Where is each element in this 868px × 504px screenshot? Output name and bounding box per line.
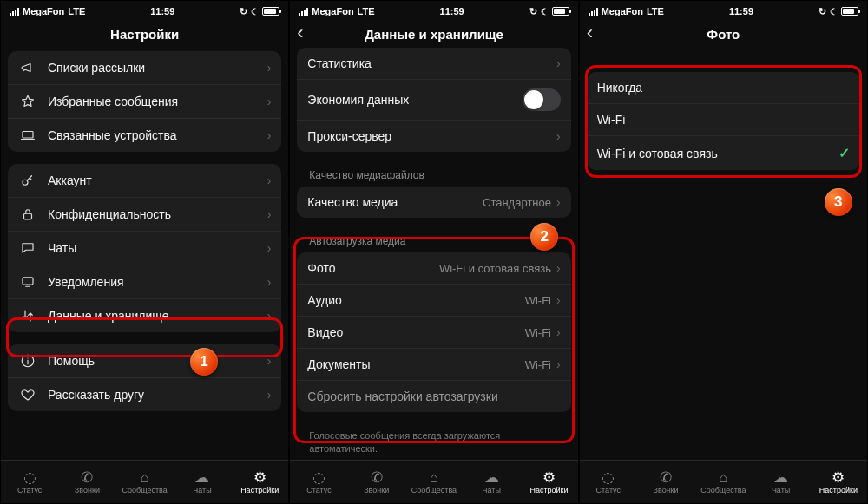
row-media-quality[interactable]: Качество медиа Стандартное › (297, 187, 570, 218)
row-auto-video[interactable]: Видео Wi-Fi › (297, 317, 570, 349)
chevron-right-icon: › (267, 354, 272, 368)
signal-bars-icon (299, 7, 308, 16)
toggle-switch[interactable] (523, 88, 561, 111)
data-group-media-quality: Качество медиа Стандартное › (297, 187, 570, 218)
row-label: Качество медиа (307, 195, 483, 209)
chevron-right-icon: › (556, 56, 561, 70)
data-group-autodownload: Фото Wi-Fi и сотовая связь › Аудио Wi-Fi… (297, 252, 570, 412)
bubbles-icon: ☁ (484, 470, 499, 485)
row-statistics[interactable]: Статистика › (297, 48, 570, 80)
row-label: Аккаунт (48, 173, 267, 187)
carrier-label: MegaFon (312, 6, 353, 16)
tab-label: Настройки (819, 486, 858, 494)
orientation-lock-icon: ↻ (240, 6, 247, 17)
tab-status[interactable]: ◌Статус (580, 470, 637, 494)
status-bar: MegaFon LTE 11:59 ↻ ☾ (580, 1, 867, 20)
row-auto-photo[interactable]: Фото Wi-Fi и сотовая связь › (297, 252, 570, 285)
row-label: Списки рассылки (48, 61, 267, 75)
chevron-right-icon: › (556, 129, 561, 143)
tab-bar: ◌ Статус ✆ Звонки ⌂ Сообщества ☁ Чаты ⚙ … (1, 460, 288, 503)
row-chats[interactable]: Чаты › (8, 232, 281, 265)
nav-bar: Настройки (1, 20, 288, 48)
row-tell-a-friend[interactable]: Рассказать другу › (8, 378, 281, 411)
tab-label: Сообщества (700, 486, 746, 494)
tab-status[interactable]: ◌Статус (290, 470, 347, 494)
nav-bar: ‹ Фото (580, 20, 867, 48)
row-label: Видео (307, 325, 524, 339)
tab-chats[interactable]: ☁ Чаты (174, 470, 231, 494)
row-help[interactable]: Помощь › (8, 344, 281, 378)
row-auto-documents[interactable]: Документы Wi-Fi › (297, 349, 570, 381)
tab-calls[interactable]: ✆Звонки (348, 470, 405, 494)
row-data-storage[interactable]: Данные и хранилище › (8, 299, 281, 332)
dnd-moon-icon: ☾ (251, 7, 259, 16)
screen-data-storage: MegaFon LTE 11:59 ↻ ☾ ‹ Данные и хранили… (290, 1, 577, 503)
chevron-right-icon: › (267, 95, 272, 108)
chevron-right-icon: › (556, 293, 561, 307)
row-starred-messages[interactable]: Избранные сообщения › (8, 85, 281, 119)
tab-communities[interactable]: ⌂ Сообщества (116, 470, 174, 494)
page-title: Фото (707, 27, 740, 42)
chevron-right-icon: › (267, 241, 272, 255)
network-label: LTE (358, 6, 375, 16)
data-group-network: Статистика › Экономия данных Прокси-серв… (297, 48, 570, 152)
checkmark-icon: ✓ (838, 145, 850, 161)
data-arrows-icon (18, 308, 37, 324)
tab-communities[interactable]: ⌂Сообщества (405, 470, 463, 494)
battery-icon (552, 7, 569, 16)
row-low-data-mode[interactable]: Экономия данных (297, 80, 570, 121)
row-label: Документы (307, 357, 524, 371)
tab-label: Чаты (193, 486, 211, 494)
row-broadcast-lists[interactable]: Списки рассылки › (8, 51, 281, 85)
option-wifi[interactable]: Wi-Fi (587, 104, 860, 136)
row-notifications[interactable]: Уведомления › (8, 265, 281, 299)
tab-calls[interactable]: ✆ Звонки (58, 470, 115, 494)
row-privacy[interactable]: Конфиденциальность › (8, 198, 281, 232)
network-label: LTE (647, 6, 664, 16)
chevron-right-icon: › (556, 195, 561, 209)
option-wifi-cellular[interactable]: Wi-Fi и сотовая связь ✓ (587, 136, 860, 170)
row-account[interactable]: Аккаунт › (8, 164, 281, 198)
tab-label: Звонки (654, 486, 679, 494)
tab-label: Чаты (483, 486, 501, 494)
row-label: Данные и хранилище (48, 309, 267, 323)
gear-icon: ⚙ (832, 470, 845, 485)
signal-bars-icon (10, 7, 19, 16)
tab-calls[interactable]: ✆Звонки (637, 470, 694, 494)
tab-label: Статус (596, 486, 621, 494)
section-header-media-quality: Качество медиафайлов (297, 164, 570, 187)
tab-chats[interactable]: ☁Чаты (752, 470, 809, 494)
tab-status[interactable]: ◌ Статус (1, 470, 58, 494)
row-label: Конфиденциальность (48, 207, 267, 221)
tab-communities[interactable]: ⌂Сообщества (694, 470, 752, 494)
row-proxy[interactable]: Прокси-сервер › (297, 121, 570, 152)
tab-bar: ◌Статус ✆Звонки ⌂Сообщества ☁Чаты ⚙Настр… (580, 460, 867, 503)
tab-chats[interactable]: ☁Чаты (463, 470, 520, 494)
row-auto-audio[interactable]: Аудио Wi-Fi › (297, 285, 570, 317)
back-button[interactable]: ‹ (587, 23, 593, 43)
row-reset-autodownload[interactable]: Сбросить настройки автозагрузки (297, 381, 570, 412)
tab-settings[interactable]: ⚙ Настройки (231, 470, 288, 494)
row-value: Wi-Fi (525, 358, 551, 371)
settings-group-lists: Списки рассылки › Избранные сообщения › … (8, 51, 281, 152)
network-label: LTE (68, 6, 85, 16)
status-ring-icon: ◌ (602, 470, 615, 485)
footnote-voice: Голосовые сообщения всегда загружаются а… (297, 424, 570, 460)
orientation-lock-icon: ↻ (529, 6, 537, 17)
row-linked-devices[interactable]: Связанные устройства › (8, 119, 281, 152)
tab-label: Звонки (364, 486, 389, 494)
row-label: Прокси-сервер (307, 129, 556, 143)
tab-settings[interactable]: ⚙Настройки (520, 470, 577, 494)
row-label: Аудио (307, 293, 524, 307)
chevron-right-icon: › (267, 388, 272, 402)
section-header-autodownload: Автозагрузка медиа (297, 230, 570, 252)
tab-settings[interactable]: ⚙Настройки (810, 470, 867, 494)
row-label: Связанные устройства (48, 128, 267, 142)
tab-label: Статус (306, 486, 331, 494)
svg-rect-0 (23, 132, 33, 139)
heart-icon (18, 387, 37, 403)
option-never[interactable]: Никогда (587, 72, 860, 104)
back-button[interactable]: ‹ (297, 23, 303, 43)
phone-icon: ✆ (660, 470, 672, 485)
lock-icon (18, 206, 37, 222)
